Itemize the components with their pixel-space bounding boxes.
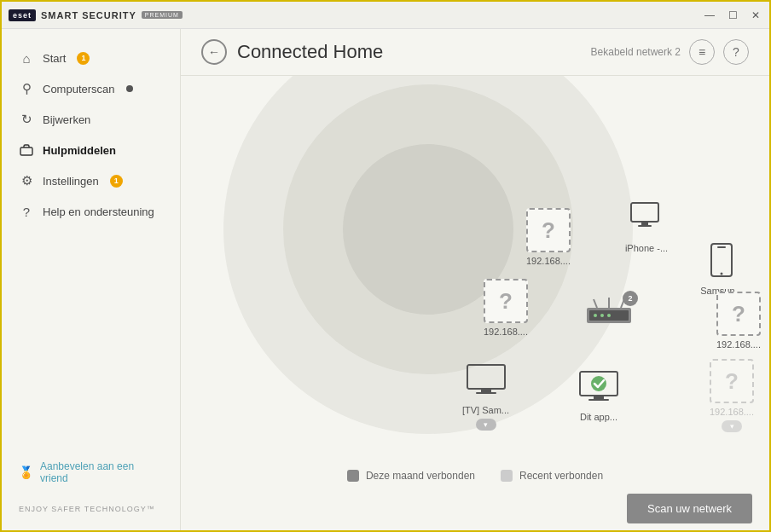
sidebar-item-hulpmiddelen[interactable]: Hulpmiddelen — [2, 135, 180, 165]
home-icon: ⌂ — [19, 50, 34, 66]
sidebar: ⌂ Start 1 ⚲ Computerscan ↻ Bijwerken Hul… — [2, 29, 181, 532]
sidebar-label-start: Start — [43, 52, 66, 65]
unknown4-chevron[interactable]: ▾ — [722, 420, 742, 432]
refresh-icon: ↻ — [19, 112, 34, 127]
thisapp-label: Dit app... — [580, 412, 617, 422]
product-name: SMART SECURITY — [41, 10, 136, 20]
sidebar-item-start[interactable]: ⌂ Start 1 — [2, 43, 180, 73]
premium-badge: PREMIUM — [142, 11, 183, 19]
tv-icon-box — [464, 357, 508, 402]
device-iphone[interactable]: iPhone -... — [624, 195, 669, 253]
gear-icon: ⚙ — [19, 173, 34, 188]
menu-button[interactable]: ≡ — [689, 39, 715, 65]
network-diagram: ? 192.168.... iPhone -... — [181, 76, 769, 463]
network-label: Bekabeld netwerk 2 — [591, 46, 681, 58]
device-router[interactable]: 2 — [585, 296, 633, 333]
iphone-label: iPhone -... — [625, 243, 668, 253]
close-button[interactable]: ✕ — [749, 9, 762, 21]
thisapp-svg — [578, 370, 619, 402]
svg-rect-5 — [717, 246, 726, 248]
phone-svg — [710, 242, 733, 278]
unknown3-icon-box: ? — [716, 292, 761, 336]
svg-rect-16 — [481, 389, 491, 392]
title-bar-controls[interactable]: — ☐ ✕ — [702, 9, 762, 21]
svg-rect-1 — [631, 203, 658, 222]
header-right: Bekabeld netwerk 2 ≡ ? — [591, 39, 749, 65]
title-bar: eset SMART SECURITY PREMIUM — ☐ ✕ — [2, 2, 769, 29]
legend: Deze maand verbonden Recent verbonden — [181, 463, 769, 494]
sidebar-item-computerscan[interactable]: ⚲ Computerscan — [2, 73, 180, 104]
device-thisapp[interactable]: Dit app... — [577, 364, 621, 422]
device-unknown4[interactable]: ? 192.168.... ▾ — [710, 359, 754, 432]
device-tv[interactable]: [TV] Sam... ▾ — [462, 357, 509, 431]
svg-point-21 — [591, 376, 606, 391]
help-button[interactable]: ? — [723, 39, 749, 65]
router-wrapper: 2 — [585, 296, 633, 333]
sidebar-item-bijwerken[interactable]: ↻ Bijwerken — [2, 104, 180, 135]
unknown2-icon-box: ? — [484, 279, 528, 323]
device-unknown3[interactable]: ? 192.168.... — [716, 292, 761, 350]
header-left: ← Connected Home — [201, 39, 383, 65]
unknown3-label: 192.168.... — [716, 339, 761, 350]
footer-text: ENJOY SAFER TECHNOLOGY™ — [2, 498, 180, 520]
sidebar-label-instellingen: Instellingen — [43, 175, 99, 188]
search-icon: ⚲ — [19, 81, 34, 96]
minimize-button[interactable]: — — [702, 9, 717, 21]
svg-rect-19 — [594, 396, 604, 399]
iphone-icon-box — [624, 195, 669, 240]
content-area: ← Connected Home Bekabeld netwerk 2 ≡ ? … — [181, 29, 769, 532]
svg-rect-20 — [588, 399, 609, 401]
legend-dot-light — [501, 470, 513, 482]
tv-svg — [466, 363, 507, 396]
tv-label: [TV] Sam... — [462, 405, 509, 415]
scan-button[interactable]: Scan uw netwerk — [627, 494, 752, 523]
sidebar-item-help[interactable]: ? Help en ondersteuning — [2, 196, 180, 227]
svg-rect-3 — [638, 225, 652, 227]
start-badge: 1 — [77, 52, 90, 65]
svg-rect-2 — [641, 222, 648, 225]
briefcase-icon — [19, 142, 34, 158]
router-badge: 2 — [623, 291, 638, 306]
recommend-link[interactable]: 🏅 Aanbevelen aan een vriend — [19, 460, 163, 484]
device-samsung1[interactable]: Samsun... — [699, 238, 744, 296]
thisapp-icon-box — [577, 364, 621, 408]
samsung1-icon-box — [699, 238, 744, 282]
unknown4-label: 192.168.... — [710, 407, 754, 417]
unknown4-icon-box: ? — [710, 359, 754, 403]
unknown1-icon-box: ? — [526, 208, 571, 252]
unknown1-label: 192.168.... — [526, 256, 571, 266]
device-unknown1[interactable]: ? 192.168.... — [526, 208, 571, 266]
back-button[interactable]: ← — [201, 39, 227, 65]
svg-rect-0 — [20, 147, 32, 155]
eset-logo: eset — [9, 9, 36, 21]
title-bar-left: eset SMART SECURITY PREMIUM — [9, 9, 183, 21]
svg-rect-17 — [476, 392, 496, 394]
svg-line-12 — [594, 299, 597, 308]
sidebar-bottom: 🏅 Aanbevelen aan een vriend — [2, 460, 180, 498]
computerscan-dot — [126, 85, 133, 92]
instellingen-badge: 1 — [110, 175, 123, 188]
unknown2-label: 192.168.... — [484, 327, 528, 337]
legend-dot-dark — [347, 470, 359, 482]
legend-label-recent: Recent verbonden — [519, 470, 603, 482]
maximize-button[interactable]: ☐ — [726, 9, 740, 21]
scan-btn-container: Scan uw netwerk — [181, 494, 769, 532]
svg-point-10 — [600, 314, 604, 317]
legend-label-month: Deze maand verbonden — [366, 470, 475, 482]
svg-point-9 — [594, 314, 597, 317]
svg-rect-15 — [467, 365, 505, 389]
sidebar-item-instellingen[interactable]: ⚙ Instellingen 1 — [2, 165, 180, 196]
page-title: Connected Home — [237, 41, 383, 63]
device-unknown2[interactable]: ? 192.168.... — [484, 279, 528, 337]
tv-chevron[interactable]: ▾ — [476, 419, 496, 431]
sidebar-label-hulpmiddelen: Hulpmiddelen — [43, 144, 116, 157]
legend-item-recent: Recent verbonden — [501, 470, 603, 482]
monitor-svg — [629, 201, 664, 234]
sidebar-label-computerscan: Computerscan — [43, 83, 115, 95]
recommend-label: Aanbevelen aan een vriend — [40, 460, 163, 484]
sidebar-label-bijwerken: Bijwerken — [43, 113, 90, 126]
legend-item-month: Deze maand verbonden — [347, 470, 475, 482]
content-header: ← Connected Home Bekabeld netwerk 2 ≡ ? — [181, 29, 769, 76]
svg-point-11 — [607, 314, 611, 317]
help-icon: ? — [19, 204, 34, 219]
